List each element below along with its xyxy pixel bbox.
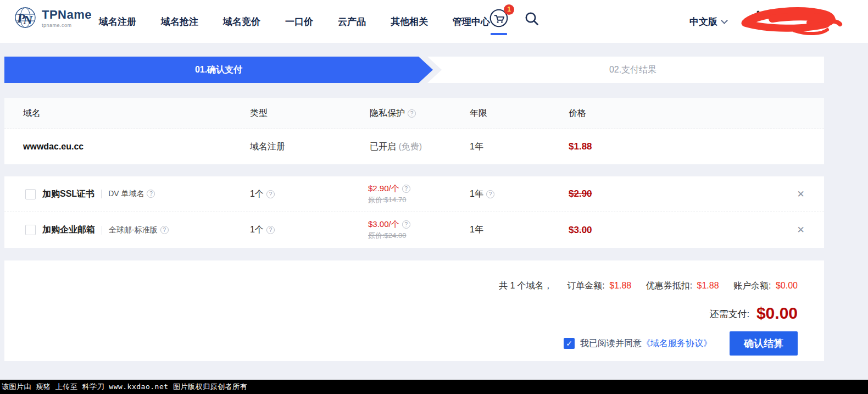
- addon-original-price: 原价:$24.00: [368, 231, 470, 241]
- order-amount-value: $1.88: [609, 281, 631, 290]
- divider: [102, 226, 102, 235]
- addon-title: 加购企业邮箱: [42, 224, 95, 236]
- nav-item-other[interactable]: 其他相关: [391, 15, 428, 28]
- language-selector[interactable]: 中文版: [689, 0, 727, 43]
- language-label: 中文版: [689, 15, 717, 28]
- addon-subtitle: DV 单域名?: [108, 189, 155, 199]
- redaction-scribble: [739, 5, 844, 38]
- addon-original-price: 原价:$14.70: [368, 195, 470, 205]
- col-header-years: 年限: [470, 108, 569, 119]
- col-header-privacy: 隐私保护?: [370, 108, 470, 119]
- privacy-status: 已开启 (免费): [370, 141, 470, 153]
- table-row: wwwdac.eu.cc 域名注册 已开启 (免费) 1年 $1.88: [4, 129, 824, 164]
- balance-label: 账户余额:: [733, 281, 771, 290]
- help-icon[interactable]: ?: [266, 190, 275, 198]
- addon-ssl-checkbox[interactable]: [25, 189, 36, 199]
- main-nav: 域名注册 域名抢注 域名竞价 一口价 云产品 其他相关 管理中心: [99, 0, 490, 43]
- step1-label: 01.确认支付: [195, 64, 242, 76]
- close-icon[interactable]: ✕: [777, 188, 824, 200]
- col-header-type: 类型: [250, 108, 370, 119]
- summary-line: 共 1 个域名， 订单金额: $1.88 优惠券抵扣: $1.88 账户余额: …: [4, 260, 798, 292]
- brand-domain: tpname.com: [42, 23, 92, 28]
- nav-item-domain-auction[interactable]: 域名竞价: [223, 15, 260, 28]
- svg-text:N: N: [23, 13, 34, 27]
- nav-item-cloud-products[interactable]: 云产品: [338, 15, 366, 28]
- due-line: 还需支付: $0.00: [4, 304, 798, 323]
- col-header-price: 价格: [569, 108, 824, 119]
- nav-item-fixed-price[interactable]: 一口价: [285, 15, 313, 28]
- order-years: 1年: [470, 141, 569, 153]
- order-table: 域名 类型 隐私保护? 年限 价格 wwwdac.eu.cc 域名注册 已开启 …: [4, 98, 824, 164]
- addon-unit-price-block: $3.00/个? 原价:$24.00: [368, 219, 470, 241]
- globe-logo-icon: P N: [12, 4, 38, 31]
- order-price: $1.88: [569, 141, 824, 152]
- addon-price: $3.00: [569, 225, 777, 236]
- balance-value: $0.00: [776, 281, 798, 290]
- addon-unit-price-block: $2.90/个? 原价:$14.70: [368, 184, 470, 205]
- help-icon[interactable]: ?: [160, 226, 169, 234]
- addon-qty: 1个?: [250, 188, 368, 200]
- chevron-down-icon: [721, 17, 728, 24]
- cart-button[interactable]: 1: [488, 8, 510, 31]
- brand-name: TPName: [42, 8, 92, 22]
- addon-subtitle: 全球邮-标准版?: [109, 225, 169, 235]
- nav-item-domain-register[interactable]: 域名注册: [99, 15, 136, 28]
- step2-label: 02.支付结果: [609, 64, 656, 76]
- addon-unit-price: $3.00/个?: [368, 219, 470, 230]
- privacy-note: (免费): [398, 142, 422, 151]
- step-payment-result: 02.支付结果: [442, 57, 824, 83]
- domain-count: 共 1 个域名，: [499, 281, 553, 290]
- cart-active-underline: [491, 33, 507, 35]
- brand-logo[interactable]: P N TPName tpname.com: [12, 4, 92, 31]
- col-header-domain: 域名: [23, 108, 250, 119]
- order-type: 域名注册: [250, 141, 370, 153]
- nav-item-management-center[interactable]: 管理中心: [453, 15, 490, 28]
- coupon-value: $1.88: [697, 281, 719, 290]
- addon-years: 1年?: [470, 188, 569, 200]
- table-header-row: 域名 类型 隐私保护? 年限 价格: [4, 98, 824, 129]
- addon-email-checkbox[interactable]: [25, 225, 36, 235]
- addon-price: $2.90: [569, 188, 777, 199]
- help-icon[interactable]: ?: [266, 226, 275, 234]
- coupon-label: 优惠券抵扣:: [646, 281, 692, 290]
- addon-row-email: 加购企业邮箱 全球邮-标准版? 1个? $3.00/个? 原价:$24.00 1…: [4, 212, 824, 248]
- nav-item-domain-backorder[interactable]: 域名抢注: [161, 15, 198, 28]
- due-label: 还需支付:: [709, 309, 749, 319]
- header: P N TPName tpname.com 域名注册 域名抢注 域名竞价 一口价…: [0, 0, 868, 43]
- divider: [101, 190, 102, 198]
- addon-row-ssl: 加购SSL证书 DV 单域名? 1个? $2.90/个? 原价:$14.70 1…: [4, 176, 824, 212]
- domain-name: wwwdac.eu.cc: [23, 142, 250, 152]
- cart-badge: 1: [504, 4, 514, 15]
- search-icon: [523, 10, 541, 27]
- confirm-checkout-button[interactable]: 确认结算: [730, 331, 798, 356]
- help-icon[interactable]: ?: [402, 185, 410, 193]
- check-icon: ✓: [566, 339, 572, 348]
- agreement-link[interactable]: 《域名服务协议》: [642, 338, 712, 348]
- due-amount: $0.00: [756, 304, 798, 322]
- agreement-line: ✓ 我已阅读并同意《域名服务协议》 确认结算: [4, 331, 798, 356]
- agreement-text: 我已阅读并同意《域名服务协议》: [580, 338, 712, 349]
- help-icon[interactable]: ?: [408, 109, 416, 118]
- watermark-bar: 该图片由 瘦猪 上传至 科学刀 www.kxdao.net 图片版权归原创者所有: [0, 380, 868, 394]
- help-icon[interactable]: ?: [147, 190, 155, 198]
- checkout-steps: 01.确认支付 02.支付结果: [4, 57, 824, 83]
- addon-years: 1年: [470, 224, 569, 236]
- step-confirm-payment: 01.确认支付: [4, 57, 433, 83]
- addon-qty: 1个?: [250, 224, 368, 236]
- close-icon[interactable]: ✕: [777, 224, 824, 236]
- addons-card: 加购SSL证书 DV 单域名? 1个? $2.90/个? 原价:$14.70 1…: [4, 176, 824, 248]
- agreement-checkbox[interactable]: ✓: [564, 338, 575, 349]
- addon-unit-price: $2.90/个?: [368, 184, 470, 194]
- help-icon[interactable]: ?: [402, 220, 410, 229]
- addon-title: 加购SSL证书: [42, 188, 94, 200]
- order-amount-label: 订单金额:: [567, 281, 604, 290]
- watermark-text: 该图片由 瘦猪 上传至 科学刀 www.kxdao.net 图片版权归原创者所有: [2, 382, 247, 392]
- search-button[interactable]: [523, 10, 541, 30]
- help-icon[interactable]: ?: [486, 190, 494, 198]
- summary-card: 共 1 个域名， 订单金额: $1.88 优惠券抵扣: $1.88 账户余额: …: [4, 260, 824, 361]
